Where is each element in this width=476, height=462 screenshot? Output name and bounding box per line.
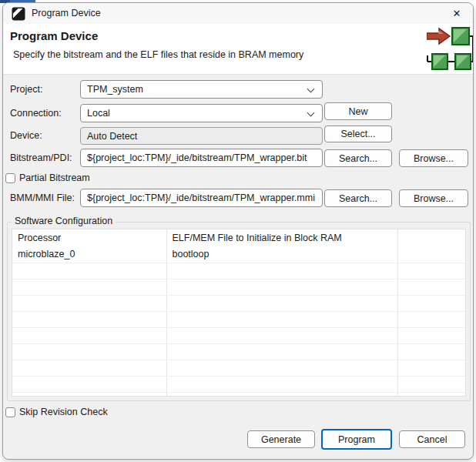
program-button[interactable]: Program: [321, 429, 392, 450]
bmm-input-value: ${project_loc:TPM}/_ide/bitstream/TPM_wr…: [87, 192, 315, 203]
project-select-value: TPM_system: [87, 84, 143, 95]
skip-revision-checkbox[interactable]: [5, 407, 15, 417]
bitstream-browse-button[interactable]: Browse...: [399, 149, 468, 167]
extra-column-header: [397, 229, 465, 246]
elf-column-header: ELF/MEM File to Initialize in Block RAM: [166, 229, 397, 246]
dialog-header: Program Device Specify the bitstream and…: [3, 24, 473, 75]
extra-cell: [397, 311, 465, 327]
table-row: [12, 279, 465, 295]
extra-cell: [397, 392, 465, 397]
close-icon[interactable]: ✕: [445, 5, 468, 22]
device-label: Device:: [10, 126, 42, 145]
processor-cell: [12, 327, 166, 343]
project-select[interactable]: TPM_system: [80, 80, 323, 99]
generate-button[interactable]: Generate: [247, 430, 315, 448]
extra-cell: [397, 343, 465, 360]
table-row: [12, 311, 465, 327]
bitstream-input[interactable]: ${project_loc:TPM}/_ide/bitstream/TPM_wr…: [80, 149, 323, 167]
bitstream-to-bram-icon: [427, 26, 474, 71]
elf-cell: [166, 279, 397, 295]
bmm-search-button[interactable]: Search...: [324, 189, 392, 207]
connection-select[interactable]: Local: [80, 104, 323, 122]
elf-cell[interactable]: bootloop: [166, 246, 397, 263]
extra-cell: [397, 263, 465, 279]
partial-bitstream-label[interactable]: Partial Bitstream: [19, 172, 90, 184]
extra-cell[interactable]: [397, 246, 465, 263]
processor-cell[interactable]: microblaze_0: [12, 246, 166, 263]
table-row: [12, 327, 465, 343]
processor-cell: [12, 343, 166, 360]
bmm-label: BMM/MMI File:: [10, 189, 75, 207]
table-row: [12, 263, 465, 279]
device-field-value: Auto Detect: [87, 131, 137, 142]
connection-select-value: Local: [87, 108, 110, 119]
skip-revision-label[interactable]: Skip Revision Check: [19, 406, 108, 418]
extra-cell: [397, 327, 465, 343]
project-label: Project:: [10, 80, 42, 99]
title-bar: Program Device ✕: [3, 3, 473, 24]
processor-cell: [12, 376, 166, 392]
partial-bitstream-checkbox[interactable]: [5, 173, 15, 183]
table-row: [12, 376, 465, 392]
connection-label: Connection:: [10, 104, 62, 122]
table-row: [12, 343, 465, 360]
elf-cell: [166, 376, 397, 392]
processor-cell: [12, 360, 166, 376]
elf-cell: [166, 311, 397, 327]
table-row: [12, 360, 465, 376]
processor-cell: [12, 392, 166, 397]
program-device-dialog: Program Device ✕ Program Device Specify …: [2, 2, 474, 460]
processor-column-header: Processor: [12, 229, 166, 246]
table-row[interactable]: microblaze_0 bootloop: [12, 246, 465, 263]
elf-cell: [166, 327, 397, 343]
table-header-row: Processor ELF/MEM File to Initialize in …: [12, 229, 465, 246]
bitstream-input-value: ${project_loc:TPM}/_ide/bitstream/TPM_wr…: [87, 152, 307, 163]
bitstream-label: Bitstream/PDI:: [10, 149, 72, 167]
amd-logo-icon: [12, 7, 25, 21]
elf-cell: [166, 343, 397, 360]
processor-cell: [12, 295, 166, 311]
bmm-browse-button[interactable]: Browse...: [399, 189, 468, 207]
software-configuration-title: Software Configuration: [12, 216, 116, 226]
select-device-button[interactable]: Select...: [324, 126, 392, 142]
device-field: Auto Detect: [80, 127, 323, 145]
extra-cell: [397, 295, 465, 311]
cancel-button[interactable]: Cancel: [399, 430, 465, 448]
elf-cell: [166, 392, 397, 397]
page-subtitle: Specify the bitstream and the ELF files …: [13, 49, 303, 60]
processor-cell: [12, 311, 166, 327]
extra-cell: [397, 360, 465, 376]
processor-cell: [12, 279, 166, 295]
processor-cell: [12, 263, 166, 279]
elf-cell: [166, 295, 397, 311]
extra-cell: [397, 279, 465, 295]
extra-cell: [397, 376, 465, 392]
chevron-down-icon: [307, 85, 315, 93]
bmm-input[interactable]: ${project_loc:TPM}/_ide/bitstream/TPM_wr…: [80, 189, 323, 207]
software-configuration-table: Processor ELF/MEM File to Initialize in …: [12, 229, 466, 397]
new-connection-button[interactable]: New: [324, 102, 392, 120]
elf-cell: [166, 263, 397, 279]
window-title: Program Device: [32, 3, 101, 24]
page-title: Program Device: [10, 29, 98, 42]
elf-cell: [166, 360, 397, 376]
chevron-down-icon: [307, 109, 315, 117]
table-row: [12, 392, 465, 397]
table-row: [12, 295, 465, 311]
bitstream-search-button[interactable]: Search...: [324, 149, 392, 167]
